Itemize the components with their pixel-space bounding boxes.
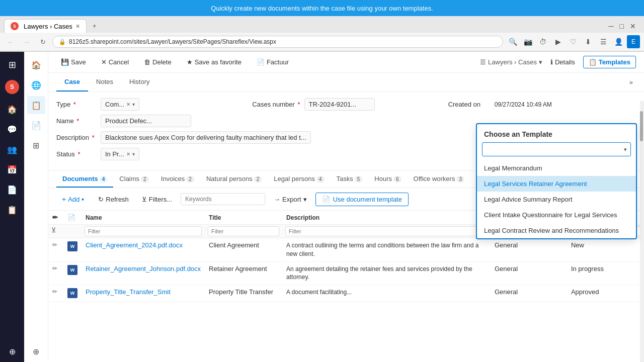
sidebar-home[interactable]: 🏠 bbox=[27, 56, 45, 74]
type-clear-btn[interactable]: ✕ bbox=[126, 102, 130, 107]
tabs-overflow-btn[interactable]: » bbox=[626, 75, 636, 89]
row2-name[interactable]: Retainer_Agreement_Johnson.pdf.docx bbox=[86, 265, 201, 273]
template-item-4[interactable]: Client Intake Questionnaire for Legal Se… bbox=[477, 207, 636, 223]
lawyers-cases-breadcrumb[interactable]: ☰ Lawyers › Cases ▾ bbox=[480, 58, 542, 66]
name-value[interactable]: Product Defec... bbox=[101, 115, 191, 127]
row2-edit-icon[interactable]: ✏ bbox=[52, 265, 57, 272]
browser-play-btn[interactable]: ▶ bbox=[551, 35, 565, 48]
sub-tab-office-workers[interactable]: Office workers3 bbox=[408, 171, 470, 188]
minimize-btn[interactable]: ─ bbox=[609, 22, 614, 30]
keywords-input[interactable] bbox=[181, 193, 265, 205]
sub-tab-natural-persons[interactable]: Natural persons2 bbox=[200, 171, 268, 188]
template-search-input[interactable] bbox=[482, 142, 631, 156]
cases-number-value[interactable]: TR-2024-9201... bbox=[304, 98, 375, 111]
row3-edit-icon[interactable]: ✏ bbox=[52, 288, 57, 295]
status-cell-1: New bbox=[567, 238, 644, 262]
sidebar-doc[interactable]: 📄 bbox=[27, 116, 45, 134]
save-button[interactable]: 💾 Save bbox=[56, 56, 91, 68]
template-item-1[interactable]: Legal Memorandum bbox=[477, 160, 636, 176]
sub-tab-claims[interactable]: Claims2 bbox=[113, 171, 154, 188]
filter-title-cell bbox=[205, 225, 282, 238]
use-document-template-button[interactable]: 📄 Use document template bbox=[315, 193, 409, 206]
sub-tab-tasks[interactable]: Tasks5 bbox=[331, 171, 369, 188]
save-as-favorite-button[interactable]: ★ Save as favorite bbox=[182, 56, 246, 68]
scrollbar[interactable] bbox=[640, 101, 644, 362]
description-value[interactable]: Blackstone sues Apex Corp for delivering… bbox=[101, 131, 311, 144]
template-tab-icon: 📋 bbox=[589, 58, 597, 66]
chat-app-icon[interactable]: 💬 bbox=[3, 120, 21, 138]
scrollbar-thumb[interactable] bbox=[640, 111, 643, 141]
cancel-button[interactable]: ✕ Cancel bbox=[97, 56, 133, 68]
calendar-app-icon[interactable]: 📅 bbox=[3, 160, 21, 178]
maximize-btn[interactable]: □ bbox=[620, 22, 624, 30]
name-label: Name * bbox=[56, 117, 97, 125]
browser-download-btn[interactable]: ⬇ bbox=[582, 35, 595, 48]
address-bar[interactable]: 🔒 8126z5.sharepoint.com/sites/Lawyer/Law… bbox=[52, 36, 503, 48]
browser-search-btn[interactable]: 🔍 bbox=[506, 35, 519, 48]
tab-notes[interactable]: Notes bbox=[88, 73, 121, 92]
filters-button[interactable]: ⊻ Filters... bbox=[137, 193, 177, 206]
sub-tab-invoices[interactable]: Invoices2 bbox=[155, 171, 200, 188]
row1-name[interactable]: Client_Agreement_2024.pdf.docx bbox=[86, 241, 183, 249]
type-value[interactable]: Com... ✕ ▾ bbox=[101, 98, 139, 111]
sidebar-list[interactable]: 📋 bbox=[27, 96, 45, 114]
home-app-icon[interactable]: 🏠 bbox=[3, 100, 21, 118]
status-clear-btn[interactable]: ✕ bbox=[126, 151, 130, 157]
browser-profile-btn[interactable]: 👤 bbox=[612, 35, 625, 48]
delete-button[interactable]: 🗑 Delete bbox=[139, 56, 176, 68]
tab-close-btn[interactable]: ✕ bbox=[75, 23, 80, 30]
name-cell-2: Retainer_Agreement_Johnson.pdf.docx bbox=[82, 261, 205, 285]
tab-case[interactable]: Case bbox=[56, 73, 88, 92]
row2-doc-icon: W bbox=[67, 265, 77, 275]
list-app-icon[interactable]: 📋 bbox=[3, 201, 21, 219]
browser-favorite-btn[interactable]: ♡ bbox=[567, 35, 580, 48]
add-icon: + bbox=[62, 195, 66, 203]
template-item-2[interactable]: Legal Services Retainer Agreement bbox=[477, 176, 636, 192]
status-dropdown-btn[interactable]: ▾ bbox=[132, 151, 135, 157]
sub-tab-documents[interactable]: Documents4 bbox=[56, 171, 113, 188]
row3-name[interactable]: Property_Title_Transfer_Smit bbox=[86, 288, 171, 296]
details-button[interactable]: ℹ Details bbox=[546, 56, 579, 68]
forward-btn[interactable]: → bbox=[20, 35, 33, 48]
edit-cell-3: ✏ bbox=[48, 285, 63, 302]
browser-tab[interactable]: S Lawyers › Cases ✕ bbox=[4, 19, 87, 33]
template-search-chevron[interactable]: ▾ bbox=[624, 146, 627, 153]
template-item-3[interactable]: Legal Advice Summary Report bbox=[477, 192, 636, 207]
export-icon: → bbox=[274, 196, 280, 203]
add-button[interactable]: + Add ▾ bbox=[56, 192, 90, 206]
add-app-icon[interactable]: ⊕ bbox=[3, 342, 21, 360]
refresh-browser-btn[interactable]: ↻ bbox=[36, 35, 49, 48]
sub-tab-hours[interactable]: Hours6 bbox=[368, 171, 407, 188]
back-btn[interactable]: ← bbox=[4, 35, 17, 48]
files-app-icon[interactable]: 📄 bbox=[3, 180, 21, 199]
add-dropdown-chevron[interactable]: ▾ bbox=[82, 197, 84, 202]
waffle-icon[interactable]: ⊞ bbox=[3, 56, 21, 74]
refresh-docs-button[interactable]: ↻ Refresh bbox=[94, 193, 133, 206]
browser-camera-btn[interactable]: 📷 bbox=[521, 35, 534, 48]
browser-extension-btn[interactable]: E bbox=[627, 35, 640, 48]
close-window-btn[interactable]: ✕ bbox=[630, 22, 636, 30]
templates-button[interactable]: 📋 Templates bbox=[583, 56, 636, 68]
title-filter-input[interactable] bbox=[208, 226, 279, 236]
template-item-5[interactable]: Legal Contract Review and Recommendation… bbox=[477, 223, 636, 238]
description-cell-1: A contract outlining the terms and condi… bbox=[282, 238, 491, 262]
type-dropdown-btn[interactable]: ▾ bbox=[132, 102, 135, 107]
factuur-button[interactable]: 📄 Factuur bbox=[252, 56, 293, 68]
tab-history[interactable]: History bbox=[121, 73, 157, 92]
new-tab-button[interactable]: + bbox=[89, 20, 101, 32]
teams-app-icon[interactable]: 👥 bbox=[3, 140, 21, 158]
sub-tab-legal-persons[interactable]: Legal persons4 bbox=[268, 171, 330, 188]
row1-edit-icon[interactable]: ✏ bbox=[52, 241, 57, 248]
sidebar-globe[interactable]: 🌐 bbox=[27, 76, 45, 94]
browser-timer-btn[interactable]: ⏱ bbox=[536, 35, 549, 48]
sidebar-add[interactable]: ⊕ bbox=[27, 342, 45, 360]
lock-icon: 🔒 bbox=[59, 39, 66, 45]
description-filter-input[interactable] bbox=[285, 226, 488, 236]
type-cell-3: General bbox=[491, 285, 567, 302]
status-value[interactable]: In Pr... ✕ ▾ bbox=[101, 148, 139, 160]
sidebar-grid[interactable]: ⊞ bbox=[27, 136, 45, 154]
filter-doctype-cell bbox=[63, 225, 82, 238]
browser-menu-btn[interactable]: ☰ bbox=[597, 35, 610, 48]
name-filter-input[interactable] bbox=[85, 226, 202, 236]
export-button[interactable]: → Export ▾ bbox=[269, 193, 311, 206]
